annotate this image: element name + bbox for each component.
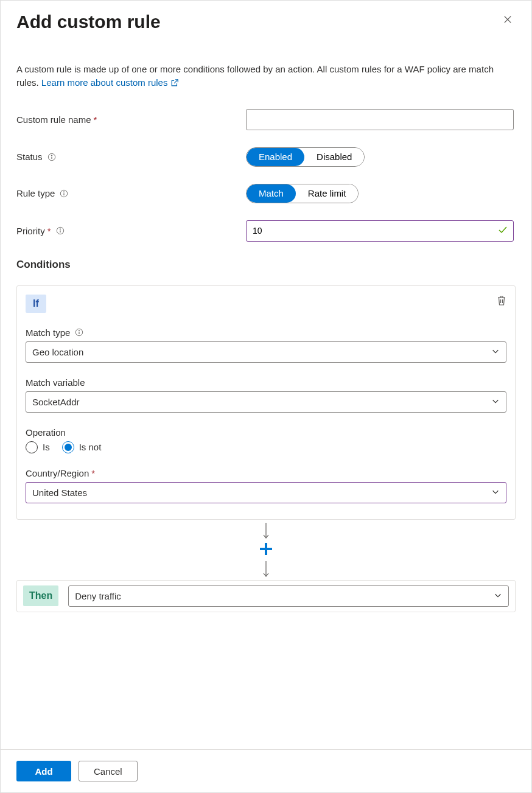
condition-card: If Match type Geo location [16,285,516,520]
delete-condition-button[interactable] [497,295,506,309]
chevron-down-icon [494,591,502,601]
operation-is-radio[interactable]: Is [26,441,50,453]
arrow-down-icon [16,561,516,578]
page-title: Add custom rule [16,12,161,32]
priority-label: Priority* [16,226,246,236]
match-type-select[interactable]: Geo location [26,341,506,363]
external-link-icon [170,77,179,91]
then-badge: Then [23,585,58,606]
chevron-down-icon [491,487,500,498]
add-button[interactable]: Add [16,761,71,781]
priority-input[interactable] [246,220,514,242]
status-toggle: Enabled Disabled [246,147,365,167]
svg-point-7 [79,330,80,331]
radio-label: Is not [79,442,102,452]
rule-name-input[interactable] [246,109,514,130]
info-icon[interactable] [47,153,56,161]
intro-text: A custom rule is made up of one or more … [16,63,516,91]
action-select[interactable]: Deny traffic [68,585,509,607]
status-label: Status [16,152,246,162]
chevron-down-icon [491,397,500,407]
checkmark-icon [498,225,508,237]
rule-type-match[interactable]: Match [247,184,296,203]
svg-rect-9 [260,548,272,550]
action-value: Deny traffic [75,591,121,601]
if-badge: If [26,295,46,313]
learn-more-link[interactable]: Learn more about custom rules [41,77,179,88]
info-icon[interactable] [60,189,68,198]
radio-label: Is [43,442,50,452]
match-variable-value: SocketAddr [32,397,80,407]
rule-type-label: Rule type [16,188,246,198]
rule-type-rate[interactable]: Rate limit [296,184,359,203]
svg-point-1 [51,155,52,155]
rule-name-label: Custom rule name* [16,114,246,125]
status-disabled[interactable]: Disabled [304,148,364,166]
match-type-label: Match type [26,327,506,338]
info-icon[interactable] [56,226,65,235]
close-icon [502,17,513,27]
trash-icon [497,299,506,309]
country-value: United States [32,487,87,498]
add-condition-button[interactable] [16,542,516,558]
panel-header: Add custom rule [16,12,516,32]
arrow-down-icon [16,522,516,539]
conditions-heading: Conditions [16,259,516,271]
status-enabled[interactable]: Enabled [247,148,304,166]
country-label: Country/Region* [26,468,506,478]
then-row: Then Deny traffic [16,580,516,612]
close-button[interactable] [500,12,516,29]
operation-label: Operation [26,427,506,438]
chevron-down-icon [491,347,500,357]
info-icon[interactable] [75,328,83,337]
plus-icon [259,542,273,558]
match-variable-label: Match variable [26,377,506,388]
cancel-button[interactable]: Cancel [79,761,138,781]
match-type-value: Geo location [32,347,83,357]
operation-is-not-radio[interactable]: Is not [62,441,102,453]
svg-point-5 [60,229,60,229]
radio-icon [62,441,74,453]
rule-type-toggle: Match Rate limit [246,184,359,203]
svg-point-3 [64,191,65,192]
radio-icon [26,441,38,453]
footer: Add Cancel [1,749,531,792]
match-variable-select[interactable]: SocketAddr [26,391,506,413]
country-select[interactable]: United States [26,482,506,503]
